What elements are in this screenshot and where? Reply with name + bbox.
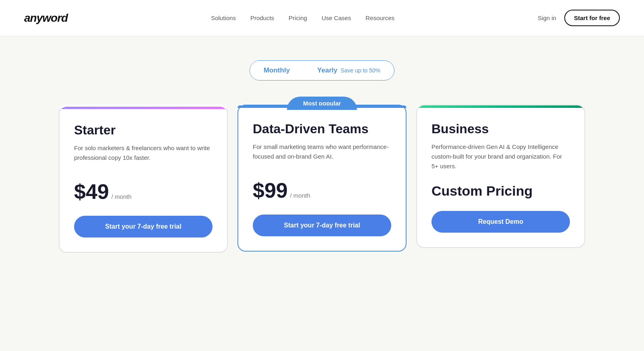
starter-price-row: $49 / month: [74, 180, 213, 204]
pricing-cards: Starter For solo marketers & freelancers…: [50, 105, 594, 253]
popular-card: Most popular Data-Driven Teams For small…: [237, 105, 407, 252]
billing-toggle-wrapper: Monthly Yearly Save up to 50%: [24, 60, 620, 81]
nav-products[interactable]: Products: [250, 14, 274, 21]
popular-plan-description: For small marketing teams who want perfo…: [253, 142, 391, 166]
save-badge: Save up to 50%: [341, 67, 380, 74]
popular-price-row: $99 / month: [253, 178, 391, 202]
main-content: Monthly Yearly Save up to 50% Starter Fo…: [0, 36, 644, 269]
business-card-inner: Business Performance-driven Gen AI & Cop…: [417, 105, 584, 247]
business-plan-name: Business: [431, 122, 570, 136]
starter-price-period: / month: [111, 193, 132, 200]
starter-plan-description: For solo marketers & freelancers who wan…: [74, 143, 213, 167]
popular-price-period: / month: [290, 192, 310, 199]
starter-price-amount: $49: [74, 180, 109, 204]
nav-actions: Sign in Start for free: [538, 10, 620, 26]
popular-card-inner: Data-Driven Teams For small marketing te…: [238, 105, 406, 251]
monthly-toggle-button[interactable]: Monthly: [250, 61, 303, 80]
business-card: Business Performance-driven Gen AI & Cop…: [416, 105, 585, 248]
billing-toggle: Monthly Yearly Save up to 50%: [250, 60, 394, 81]
starter-card: Starter For solo marketers & freelancers…: [59, 105, 228, 253]
sign-in-link[interactable]: Sign in: [538, 14, 556, 21]
business-plan-description: Performance-driven Gen AI & Copy Intelli…: [431, 142, 570, 171]
starter-plan-name: Starter: [74, 123, 213, 138]
popular-plan-name: Data-Driven Teams: [253, 122, 391, 136]
nav-use-cases[interactable]: Use Cases: [322, 14, 351, 21]
yearly-toggle-button[interactable]: Yearly Save up to 50%: [303, 61, 394, 80]
starter-cta-button[interactable]: Start your 7-day free trial: [74, 216, 213, 237]
popular-price-amount: $99: [253, 178, 288, 202]
business-cta-button[interactable]: Request Demo: [431, 211, 570, 233]
start-free-button[interactable]: Start for free: [564, 10, 620, 26]
popular-cta-button[interactable]: Start your 7-day free trial: [253, 215, 391, 236]
logo-text: anyword: [24, 12, 68, 24]
nav-solutions[interactable]: Solutions: [211, 14, 236, 21]
nav-resources[interactable]: Resources: [365, 14, 394, 21]
business-custom-price: Custom Pricing: [431, 183, 570, 199]
nav-links: Solutions Products Pricing Use Cases Res…: [211, 14, 394, 22]
nav-pricing[interactable]: Pricing: [289, 14, 307, 21]
yearly-label: Yearly: [317, 66, 337, 74]
navbar: anyword Solutions Products Pricing Use C…: [0, 0, 644, 36]
logo: anyword: [24, 12, 68, 25]
starter-card-inner: Starter For solo marketers & freelancers…: [60, 107, 227, 252]
